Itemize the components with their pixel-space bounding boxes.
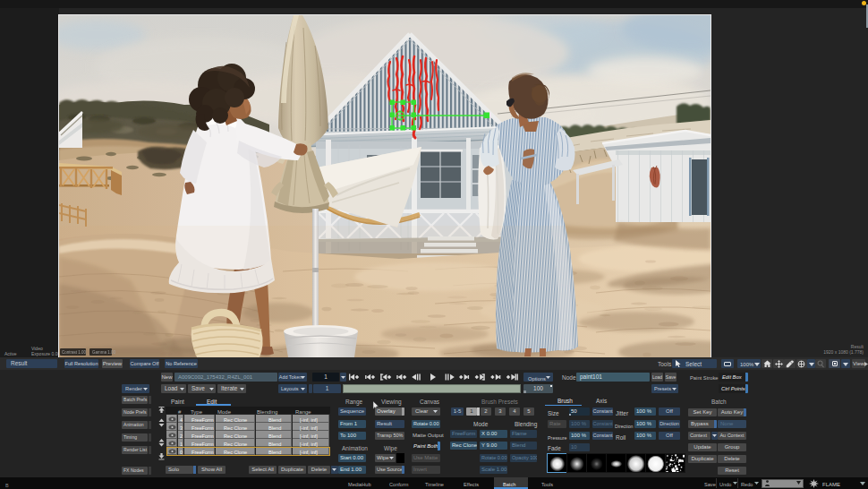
svg-text:Gamma 1.00: Gamma 1.00 [92, 350, 116, 355]
svg-text:Contrast 1.00: Contrast 1.00 [62, 350, 87, 355]
